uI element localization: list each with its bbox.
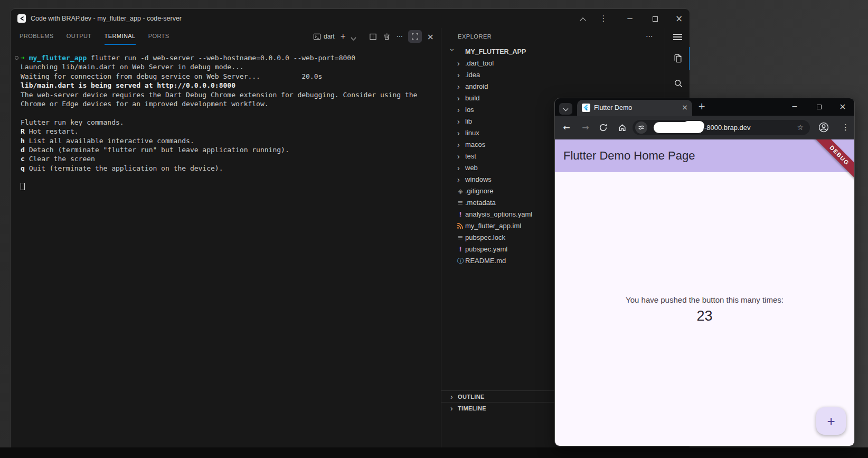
list-icon: ≡ [457, 232, 464, 244]
new-terminal-button[interactable]: + [340, 30, 346, 43]
active-view-indicator [689, 47, 690, 70]
chevron-right-icon: › [457, 174, 464, 185]
tree-item-label: pubspec.lock [465, 233, 505, 241]
appbar-title: Flutter Demo Home Page [563, 139, 695, 172]
root-folder-label: MY_FLUTTER_APP [465, 48, 526, 55]
chevron-right-icon: › [457, 81, 464, 92]
panel-tab-row: PROBLEMSOUTPUTTERMINALPORTS dart + ⋯ × [11, 28, 441, 45]
chevron-right-icon: › [457, 162, 464, 174]
terminal-shell-button[interactable]: dart [313, 30, 335, 43]
back-icon[interactable]: ← [562, 123, 571, 133]
maximize-panel-button[interactable] [408, 30, 422, 43]
terminal-cursor [21, 183, 25, 190]
tree-root-my-flutter-app[interactable]: › MY_FLUTTER_APP [441, 46, 665, 58]
split-terminal-button[interactable] [369, 30, 378, 43]
browser-tabstrip: Flutter Demo × + − × [555, 98, 854, 116]
terminal-line [21, 173, 438, 182]
terminal-toolbar: dart + ⋯ × [313, 30, 435, 43]
flutter-appbar: Flutter Demo Home Page [555, 139, 854, 172]
chevron-right-icon: › [450, 391, 457, 403]
titlebar-menu-button[interactable]: ⋮ [599, 9, 608, 28]
folder-.dart_tool[interactable]: ›.dart_tool [441, 58, 665, 69]
feed-icon [457, 220, 464, 229]
site-settings-icon[interactable] [635, 121, 647, 134]
tab-title: Flutter Demo [594, 100, 632, 116]
explorer-more-actions-button[interactable]: ⋯ [646, 28, 653, 45]
terminal-icon [313, 33, 321, 41]
browser-maximize-button[interactable] [814, 98, 824, 116]
new-tab-button[interactable]: + [698, 98, 705, 116]
info-icon: ⓘ [457, 255, 464, 267]
shell-label: dart [324, 33, 335, 40]
terminal-line: lib/main.dart is being served at http://… [21, 81, 438, 90]
desktop-bottom-strip [0, 447, 868, 458]
timeline-label: TIMELINE [458, 405, 486, 412]
terminal-line: Flutter run key commands. [21, 118, 438, 127]
terminal-profile-dropdown[interactable] [351, 30, 356, 43]
increment-fab-button[interactable]: + [816, 407, 846, 435]
bookmark-star-icon[interactable]: ☆ [797, 120, 804, 135]
folder-.idea[interactable]: ›.idea [441, 69, 665, 81]
terminal-line: h List all available interactive command… [21, 136, 438, 145]
explorer-title: EXPLORER [458, 28, 492, 45]
browser-close-button[interactable]: × [838, 98, 847, 116]
profile-icon[interactable] [818, 121, 829, 133]
search-icon[interactable] [674, 79, 683, 88]
explorer-view-icon[interactable] [673, 53, 683, 64]
tree-item-label: ios [465, 106, 474, 114]
tree-item-label: windows [465, 175, 492, 183]
close-panel-button[interactable]: × [427, 30, 435, 43]
browser-window: Flutter Demo × + − × ← → -8000.brap.dev … [554, 98, 855, 446]
command-decoration-icon[interactable] [15, 56, 18, 60]
flutter-page: Flutter Demo Home Page DEBUG You have pu… [555, 139, 854, 446]
chevron-right-icon: › [457, 69, 464, 81]
address-bar[interactable]: -8000.brap.dev ☆ [633, 120, 810, 135]
tree-item-label: .gitignore [465, 187, 493, 195]
tree-item-label: lib [465, 117, 472, 125]
reload-icon[interactable] [599, 123, 608, 133]
redacted-url-overlay [683, 121, 704, 130]
terminal-line: R Hot restart. [21, 127, 438, 136]
panel-tab-problems[interactable]: PROBLEMS [20, 28, 54, 45]
terminal-line: d Detach (terminate "flutter run" but le… [21, 145, 438, 154]
browser-tab-flutter-demo[interactable]: Flutter Demo × [577, 100, 692, 116]
panel-tab-output[interactable]: OUTPUT [67, 28, 92, 45]
code-server-logo-icon [17, 14, 26, 23]
menu-hamburger-icon[interactable] [673, 34, 682, 41]
chevron-right-icon: › [457, 104, 464, 116]
chevron-right-icon: › [457, 151, 464, 162]
terminal-output[interactable]: ➜ my_flutter_app flutter run -d web-serv… [21, 53, 438, 191]
list-icon: ≡ [457, 197, 464, 209]
minimize-window-button[interactable]: − [625, 9, 635, 28]
chevron-right-icon: › [450, 403, 457, 414]
terminal-line: Launching lib/main.dart on Web Server in… [21, 62, 438, 71]
browser-minimize-button[interactable]: − [790, 98, 799, 116]
push-count-caption: You have pushed the button this many tim… [626, 295, 784, 304]
close-window-button[interactable]: × [674, 9, 684, 28]
tree-item-label: .dart_tool [465, 59, 494, 67]
folder-android[interactable]: ›android [441, 81, 665, 92]
chevron-right-icon: › [457, 116, 464, 127]
terminal-line [21, 182, 438, 191]
panel-tab-terminal[interactable]: TERMINAL [105, 28, 136, 45]
gitignore-icon: ◈ [457, 185, 464, 197]
kill-terminal-button[interactable] [382, 30, 391, 43]
browser-menu-dots-icon[interactable]: ⋮ [842, 121, 849, 133]
forward-icon[interactable]: → [581, 123, 590, 133]
panel-tabs: PROBLEMSOUTPUTTERMINALPORTS [20, 28, 169, 45]
tab-close-icon[interactable]: × [682, 100, 688, 116]
chevron-right-icon: › [457, 92, 464, 104]
maximize-window-button[interactable] [650, 9, 660, 28]
url-text: -8000.brap.dev [704, 120, 750, 135]
terminal-more-actions-button[interactable]: ⋯ [396, 30, 403, 43]
tree-item-label: my_flutter_app.iml [465, 222, 521, 230]
tree-item-label: README.md [465, 257, 506, 265]
terminal-line: q Quit (terminate the application on the… [21, 164, 438, 173]
terminal-line: Waiting for connection from debug servic… [21, 72, 438, 81]
home-icon[interactable] [618, 123, 627, 133]
outline-label: OUTLINE [458, 394, 485, 400]
tab-search-button[interactable] [559, 103, 572, 115]
collapse-titlebar-button[interactable] [578, 9, 588, 28]
panel-tab-ports[interactable]: PORTS [148, 28, 169, 45]
flutter-favicon-icon [582, 104, 590, 112]
